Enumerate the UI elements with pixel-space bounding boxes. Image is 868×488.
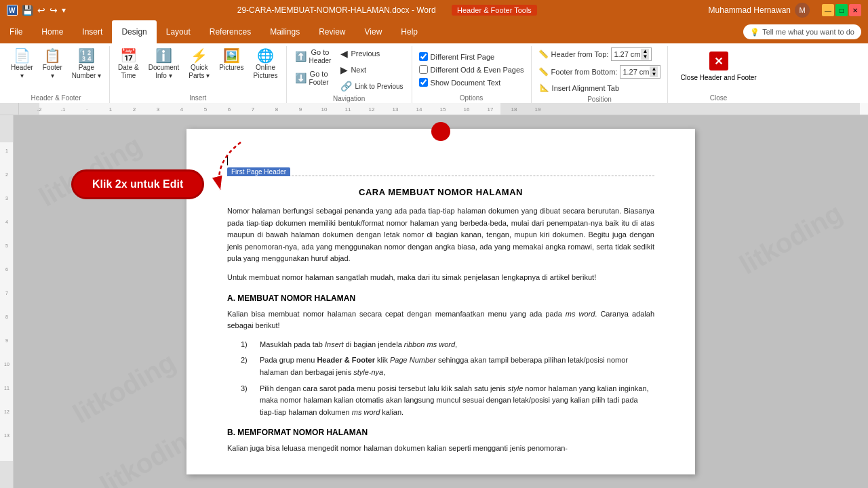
svg-text:1: 1	[109, 106, 113, 113]
doc-para-1: Nomor halaman berfungsi sebagai penanda …	[227, 205, 654, 265]
group-header-footer: 📄 Header▾ 📋 Footer▾ 🔢 PageNumber ▾ Heade…	[3, 46, 110, 103]
footer-btn[interactable]: 📋 Footer▾	[39, 46, 66, 83]
header-spinners[interactable]: ▲ ▼	[641, 49, 649, 60]
svg-text:19: 19	[535, 106, 541, 113]
close-btn[interactable]: ✕	[849, 4, 861, 16]
app-icon: W	[7, 5, 18, 16]
quick-parts-icon: ⚡	[191, 49, 208, 62]
group-hf-items: 📄 Header▾ 📋 Footer▾ 🔢 PageNumber ▾	[7, 46, 105, 93]
header-down-btn[interactable]: ▼	[641, 54, 649, 60]
redo-btn[interactable]: ↪	[50, 5, 58, 16]
header-top-input[interactable]: 1.27 cm ▲ ▼	[611, 47, 652, 61]
previous-btn[interactable]: ◀ Previous	[336, 46, 407, 61]
tab-mailings[interactable]: Mailings	[260, 20, 309, 43]
group-hf-label: Header & Footer	[7, 93, 105, 103]
maximize-btn[interactable]: □	[835, 4, 848, 16]
doc-para-2: Untuk membuat nomor halaman sangatlah mu…	[227, 272, 654, 284]
date-time-btn[interactable]: 📅 Date &Time	[114, 46, 143, 83]
goto-header-btn[interactable]: ⬆️ Go toHeader	[291, 46, 336, 66]
footer-bottom-input[interactable]: 1.27 cm ▲ ▼	[620, 65, 660, 79]
close-header-footer-btn[interactable]: ✕ Close Header and Footer	[672, 46, 764, 87]
step-1: 1) Masuklah pada tab Insert di bagian je…	[227, 339, 654, 351]
svg-text:13: 13	[4, 433, 9, 438]
header-btn[interactable]: 📄 Header▾	[7, 46, 37, 83]
svg-text:·: ·	[86, 106, 87, 113]
close-x-icon: ✕	[709, 52, 728, 70]
goto-footer-btn[interactable]: ⬇️ Go toFooter	[291, 68, 336, 88]
group-navigation: ⬆️ Go toHeader ⬇️ Go toFooter ◀ Previous…	[287, 46, 412, 103]
tab-layout[interactable]: Layout	[157, 20, 200, 43]
doc-title: CARA MEMBUAT NOMOR HALAMAN	[227, 187, 654, 197]
svg-rect-4	[500, 103, 860, 115]
online-pictures-btn[interactable]: 🌐 OnlinePictures	[249, 46, 281, 83]
insert-alignment-tab-btn[interactable]: 📐 Insert Alignment Tab	[536, 81, 623, 94]
svg-text:15: 15	[440, 106, 446, 113]
quick-parts-btn[interactable]: ⚡ QuickParts ▾	[184, 46, 214, 83]
online-pic-icon: 🌐	[257, 49, 274, 62]
tab-design[interactable]: Design	[112, 20, 156, 43]
svg-text:13: 13	[393, 106, 399, 113]
doc-info-icon: ℹ️	[155, 49, 172, 62]
page-number-btn[interactable]: 🔢 PageNumber ▾	[68, 46, 105, 83]
group-options-label: Options	[416, 93, 527, 103]
svg-text:2: 2	[133, 106, 136, 113]
svg-text:-2: -2	[37, 106, 42, 113]
horizontal-ruler: -2 -1 · 1 2 3 4 5 6 7 8 9 10 11 12 13 14…	[0, 103, 868, 115]
svg-text:3: 3	[5, 196, 8, 201]
svg-text:2: 2	[5, 172, 8, 177]
footer-down-btn[interactable]: ▼	[650, 72, 658, 77]
goto-column: ⬆️ Go toHeader ⬇️ Go toFooter	[291, 46, 336, 88]
quick-save[interactable]: 💾	[22, 5, 33, 16]
footer-icon: 📋	[44, 49, 61, 62]
group-position-items: 📏 Header from Top: 1.27 cm ▲ ▼ 📏 Footer …	[536, 46, 664, 94]
section-b-header: B. MEMFORMAT NOMOR HALAMAN	[227, 428, 654, 437]
goto-header-icon: ⬆️	[295, 51, 307, 62]
next-btn[interactable]: ▶ Next	[336, 62, 407, 77]
document-page: First Page Header Klik 2x untuk Edit CAR…	[186, 129, 695, 474]
show-document-text-check[interactable]: Show Document Text	[416, 77, 504, 88]
svg-text:9: 9	[299, 106, 302, 113]
step-3: 3) Pilih dengan cara sarot pada menu pos…	[227, 383, 654, 419]
svg-text:6: 6	[5, 267, 8, 272]
link-icon: 🔗	[340, 81, 352, 92]
group-close: ✕ Close Header and Footer Close	[668, 46, 768, 103]
group-close-items: ✕ Close Header and Footer	[672, 46, 764, 93]
group-insert-items: 📅 Date &Time ℹ️ DocumentInfo ▾ ⚡ QuickPa…	[114, 46, 282, 93]
group-options-items: Different First Page Different Odd & Eve…	[416, 46, 527, 93]
ffb-icon: 📏	[538, 67, 549, 77]
document-area[interactable]: litkoding litkoding litkoding litkoding …	[14, 115, 868, 488]
tab-help[interactable]: Help	[391, 20, 427, 43]
svg-text:-1: -1	[60, 106, 66, 113]
watermark-3: litkoding	[68, 346, 181, 429]
different-odd-even-check[interactable]: Different Odd & Even Pages	[416, 64, 527, 75]
watermark-4: litkoding	[734, 197, 848, 280]
align-tab-icon: 📐	[540, 83, 549, 92]
document-info-btn[interactable]: ℹ️ DocumentInfo ▾	[144, 46, 184, 83]
header-area[interactable]: First Page Header	[227, 156, 654, 176]
user-avatar[interactable]: M	[795, 3, 810, 18]
pictures-btn[interactable]: 🖼️ Pictures	[215, 46, 248, 75]
svg-text:11: 11	[345, 106, 351, 113]
link-to-prev-btn[interactable]: 🔗 Link to Previous	[336, 79, 407, 94]
section-b-intro: Kalian juga bisa leluasa mengedit nomor …	[227, 443, 654, 455]
tab-review[interactable]: Review	[309, 20, 355, 43]
tab-file[interactable]: File	[0, 20, 32, 43]
group-close-label: Close	[672, 93, 764, 103]
tab-view[interactable]: View	[355, 20, 392, 43]
different-first-page-check[interactable]: Different First Page	[416, 51, 498, 62]
tab-references[interactable]: References	[200, 20, 260, 43]
minimize-btn[interactable]: —	[822, 4, 834, 16]
tab-home[interactable]: Home	[32, 20, 73, 43]
previous-icon: ◀	[340, 48, 348, 59]
svg-text:W: W	[9, 7, 16, 14]
section-a-header: A. MEMBUAT NOMOR HALAMAN	[227, 293, 654, 303]
tab-insert[interactable]: Insert	[73, 20, 112, 43]
undo-btn[interactable]: ↩	[37, 5, 45, 16]
footer-spinners[interactable]: ▲ ▼	[650, 66, 658, 77]
svg-text:12: 12	[369, 106, 375, 113]
tell-me-input[interactable]: 💡 Tell me what you want to do	[743, 24, 861, 39]
group-nav-items: ⬆️ Go toHeader ⬇️ Go toFooter ◀ Previous…	[291, 46, 408, 94]
svg-text:11: 11	[4, 386, 9, 390]
svg-text:14: 14	[416, 106, 422, 113]
hft-badge: Header & Footer Tools	[452, 5, 537, 16]
